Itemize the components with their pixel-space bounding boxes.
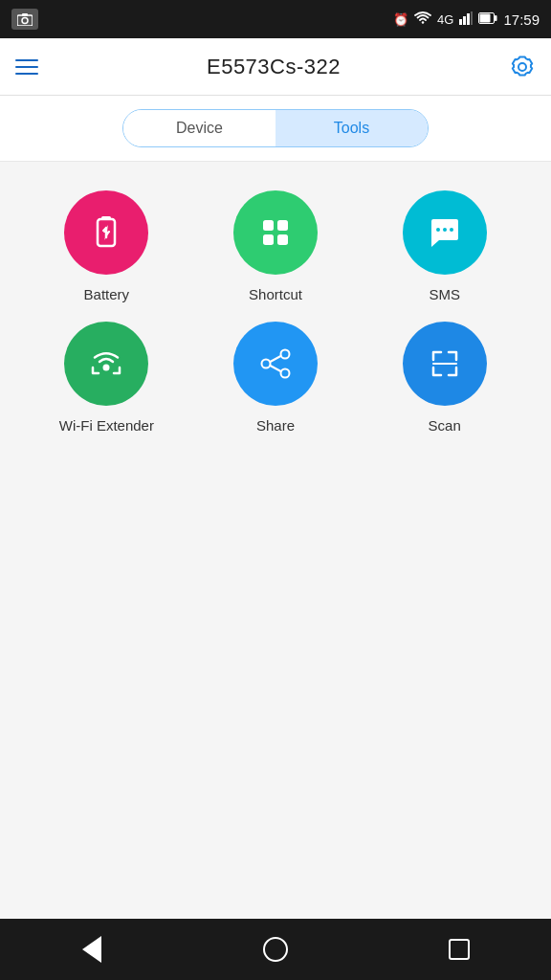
svg-rect-16: [277, 234, 288, 245]
main-content: Battery Shortcut: [0, 162, 551, 919]
settings-button[interactable]: [509, 54, 536, 80]
svg-point-22: [261, 360, 270, 368]
svg-point-21: [280, 350, 289, 359]
svg-rect-14: [277, 220, 288, 231]
shortcut-circle: [233, 190, 318, 275]
network-label: 4G: [437, 12, 453, 27]
back-button[interactable]: [73, 930, 111, 969]
svg-line-25: [270, 366, 280, 371]
scan-label: Scan: [429, 417, 461, 434]
scan-circle: [403, 322, 487, 406]
svg-rect-8: [495, 15, 497, 21]
page-title: E5573Cs-322: [207, 55, 341, 79]
svg-point-17: [436, 228, 440, 232]
svg-point-18: [443, 228, 447, 232]
sms-circle: [403, 190, 487, 275]
svg-rect-6: [471, 11, 473, 25]
svg-rect-5: [467, 13, 470, 25]
menu-button[interactable]: [15, 59, 38, 75]
sms-label: SMS: [429, 286, 460, 302]
tabs-container: Device Tools: [0, 96, 551, 162]
svg-point-1: [22, 17, 28, 23]
svg-rect-9: [480, 13, 491, 22]
tool-item-scan[interactable]: Scan: [364, 322, 524, 434]
svg-rect-15: [263, 234, 274, 245]
wifi-extender-label: Wi-Fi Extender: [59, 417, 154, 434]
svg-rect-11: [101, 216, 111, 220]
svg-rect-13: [263, 220, 274, 231]
recents-button[interactable]: [440, 930, 478, 969]
bottom-nav: [0, 919, 551, 980]
tool-item-wifi-extender[interactable]: Wi-Fi Extender: [27, 322, 187, 434]
tools-grid: Battery Shortcut: [27, 190, 524, 434]
status-time: 17:59: [503, 11, 540, 28]
tool-item-sms[interactable]: SMS: [364, 190, 524, 302]
battery-circle: [64, 190, 148, 275]
alarm-icon: ⏰: [393, 12, 408, 27]
wifi-extender-circle: [64, 322, 148, 406]
photo-icon: [11, 9, 38, 30]
share-label: Share: [256, 417, 295, 434]
share-circle: [233, 322, 318, 406]
tab-device[interactable]: Device: [123, 110, 276, 146]
battery-label: Battery: [84, 286, 130, 302]
battery-icon: [478, 12, 497, 27]
svg-point-23: [280, 369, 289, 378]
svg-rect-0: [17, 15, 33, 26]
svg-rect-4: [463, 16, 466, 25]
tool-item-battery[interactable]: Battery: [27, 190, 187, 302]
tab-tools[interactable]: Tools: [276, 110, 428, 146]
svg-rect-2: [22, 13, 28, 16]
svg-point-20: [103, 365, 110, 371]
svg-rect-3: [459, 19, 462, 25]
status-bar-left: [11, 9, 38, 30]
status-bar-right: ⏰ 4G: [393, 11, 540, 28]
wifi-icon: [414, 11, 431, 28]
svg-point-19: [450, 228, 453, 232]
tool-item-share[interactable]: Share: [196, 322, 356, 434]
svg-line-24: [270, 356, 280, 362]
tab-group: Device Tools: [122, 109, 429, 147]
home-button[interactable]: [256, 930, 295, 969]
tool-item-shortcut[interactable]: Shortcut: [196, 190, 356, 302]
status-bar: ⏰ 4G: [0, 0, 551, 38]
shortcut-label: Shortcut: [249, 286, 302, 302]
header: E5573Cs-322: [0, 38, 551, 96]
signal-icon: [459, 11, 473, 28]
